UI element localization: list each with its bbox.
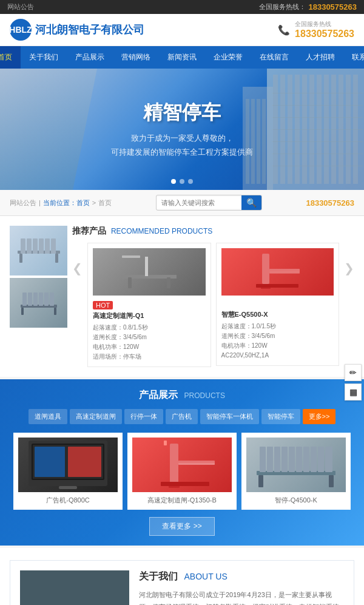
pd-item-0: 广告机-Q800C bbox=[13, 433, 123, 510]
breadcrumb-label: 网站公告 bbox=[10, 198, 36, 208]
rec-product-1: HOT 高速定制道闸-Q1 起落速度：0.8/1.5秒 道闸长度：3/4/5/6… bbox=[87, 243, 211, 367]
pd-item-2-img bbox=[246, 438, 346, 492]
float-qr-button[interactable]: ▦ bbox=[345, 384, 362, 401]
rec-product-1-name: 高速定制道闸-Q1 bbox=[93, 311, 206, 320]
rec-thumb-2 bbox=[10, 278, 67, 328]
float-edit-button[interactable]: ✏ bbox=[345, 364, 362, 381]
pd-grid: 广告机-Q800C 高速定制道闸-Q1350-B bbox=[10, 433, 354, 510]
float-buttons: ✏ ▦ bbox=[345, 364, 362, 401]
rec-product-2-name: 智慧E-Q5500-X bbox=[221, 310, 334, 319]
rec-prev-btn[interactable]: ❮ bbox=[72, 243, 83, 275]
svg-rect-73 bbox=[311, 447, 317, 472]
svg-rect-75 bbox=[325, 447, 332, 472]
svg-rect-13 bbox=[272, 93, 363, 93]
pd-tab-5[interactable]: 智能停车 bbox=[261, 409, 300, 424]
breadcrumb-home[interactable]: 当前位置：首页 bbox=[43, 198, 90, 208]
svg-rect-18 bbox=[272, 154, 363, 154]
hero-title: 精智停车 bbox=[111, 100, 253, 126]
rec-next-btn[interactable]: ❯ bbox=[344, 243, 354, 275]
svg-rect-36 bbox=[28, 292, 32, 306]
pd-tab-3[interactable]: 广告机 bbox=[166, 409, 198, 424]
about-image bbox=[20, 570, 129, 605]
nav-item-recruit[interactable]: 人才招聘 bbox=[297, 46, 343, 69]
nav-item-products[interactable]: 产品展示 bbox=[67, 46, 113, 69]
breadcrumb: 网站公告 | 当前位置：首页 > 首页 bbox=[10, 198, 112, 208]
pd-item-1: 高速定制道闸-Q1350-B bbox=[127, 433, 237, 510]
top-bar-phone-label: 全国服务热线： bbox=[259, 2, 306, 12]
pd-tab-1[interactable]: 高速定制道闸 bbox=[70, 409, 122, 424]
hero-subtitle1: 致力于成为一家受人尊敬的， bbox=[111, 131, 253, 145]
rec-product-2: 智慧E-Q5500-X 起落速度：1.0/1.5秒 道闸长度：3/4/5/6m … bbox=[216, 243, 340, 366]
svg-rect-19 bbox=[272, 166, 363, 166]
top-bar-phone: 18330575263 bbox=[308, 2, 357, 12]
svg-rect-15 bbox=[272, 117, 363, 118]
about-text: 河北朗智电子有限公司成立于2019年4月23日，是一家主要从事视频、停车场管理系… bbox=[139, 589, 344, 605]
pd-more-button-wrap: 查看更多 >> bbox=[10, 517, 354, 536]
search-button[interactable]: 🔍 bbox=[241, 195, 261, 210]
breadcrumb-current: 首页 bbox=[98, 198, 112, 208]
main-nav: 网站首页 关于我们 产品展示 营销网络 新闻资讯 企业荣誉 在线留言 人才招聘 … bbox=[0, 46, 364, 69]
pd-title-en: PRODUCTS bbox=[184, 391, 225, 400]
pd-tab-more[interactable]: 更多>> bbox=[303, 409, 336, 424]
rec-thumb-1 bbox=[10, 226, 67, 275]
svg-rect-38 bbox=[39, 292, 43, 306]
rec-section-title: 推荐产品 RECOMMENDED PRODUCTS bbox=[72, 226, 354, 237]
rec-products-row: ❮ HOT 高速定制道闸-Q1 起落速度：0.8/1.5秒 道闸长度： bbox=[72, 243, 354, 367]
hero-building-left bbox=[0, 69, 121, 190]
svg-rect-57 bbox=[68, 447, 101, 477]
pd-more-button[interactable]: 查看更多 >> bbox=[149, 517, 214, 536]
svg-rect-16 bbox=[272, 129, 363, 130]
nav-item-honor[interactable]: 企业荣誉 bbox=[205, 46, 251, 69]
hero-subtitle2: 可持建发展的智能停车全工程方案提供商 bbox=[111, 145, 253, 159]
search-section: 网站公告 | 当前位置：首页 > 首页 🔍 18330575263 bbox=[0, 190, 364, 216]
nav-item-news[interactable]: 新闻资讯 bbox=[159, 46, 205, 69]
svg-rect-29 bbox=[39, 238, 44, 254]
pd-title: 产品展示 PRODUCTS bbox=[10, 389, 354, 402]
svg-rect-58 bbox=[59, 486, 77, 489]
svg-rect-27 bbox=[27, 238, 32, 254]
hero-dot-1[interactable] bbox=[171, 179, 176, 184]
nav-item-message[interactable]: 在线留言 bbox=[251, 46, 297, 69]
products-display-section: 产品展示 PRODUCTS 道闸道具 高速定制道闸 行停一体 广告机 智能停车一… bbox=[0, 379, 364, 546]
svg-rect-33 bbox=[55, 254, 58, 263]
svg-rect-23 bbox=[257, 99, 260, 184]
pd-item-1-name: 高速定制道闸-Q1350-B bbox=[132, 496, 232, 505]
header-right: 📞 全国服务热线 18330575263 bbox=[278, 20, 354, 39]
svg-rect-35 bbox=[22, 292, 27, 306]
about-title-en: ABOUT US bbox=[184, 572, 227, 581]
svg-rect-64 bbox=[164, 441, 167, 445]
pd-item-0-img bbox=[18, 438, 118, 492]
svg-rect-42 bbox=[54, 308, 56, 315]
nav-item-network[interactable]: 营销网络 bbox=[113, 46, 159, 69]
nav-item-contact[interactable]: 联系我们 bbox=[343, 46, 364, 69]
header-phone-number: 18330575263 bbox=[295, 29, 354, 39]
nav-item-about[interactable]: 关于我们 bbox=[21, 46, 67, 69]
pd-tab-2[interactable]: 行停一体 bbox=[124, 409, 163, 424]
pd-tab-4[interactable]: 智能停车一体机 bbox=[200, 409, 259, 424]
logo-icon: HBLZ bbox=[10, 19, 32, 41]
hero-pagination bbox=[171, 179, 193, 184]
about-title-zh: 关于我们 bbox=[139, 571, 178, 581]
pd-item-1-img bbox=[132, 438, 232, 492]
phone-icon: 📞 bbox=[278, 24, 290, 36]
pd-tab-0[interactable]: 道闸道具 bbox=[29, 409, 67, 424]
svg-rect-67 bbox=[267, 447, 273, 472]
svg-rect-52 bbox=[256, 284, 298, 288]
svg-rect-68 bbox=[274, 447, 280, 472]
svg-rect-76 bbox=[258, 475, 263, 487]
svg-rect-45 bbox=[128, 277, 132, 288]
about-inner: 关于我们 ABOUT US 河北朗智电子有限公司成立于2019年4月23日，是一… bbox=[10, 560, 354, 605]
hero-dot-2[interactable] bbox=[180, 179, 184, 184]
svg-rect-26 bbox=[21, 238, 25, 254]
search-input[interactable] bbox=[157, 197, 241, 209]
pd-item-2: 智停-Q4500-K bbox=[241, 433, 351, 510]
logo-area: HBLZ 河北朗智电子有限公司 bbox=[10, 19, 144, 41]
svg-rect-74 bbox=[318, 447, 324, 472]
svg-rect-46 bbox=[167, 277, 170, 288]
nav-item-home[interactable]: 网站首页 bbox=[0, 46, 21, 69]
svg-rect-77 bbox=[329, 475, 334, 487]
svg-rect-72 bbox=[303, 447, 309, 472]
hero-dot-3[interactable] bbox=[188, 179, 193, 184]
svg-rect-24 bbox=[262, 99, 266, 184]
svg-rect-61 bbox=[178, 463, 215, 465]
